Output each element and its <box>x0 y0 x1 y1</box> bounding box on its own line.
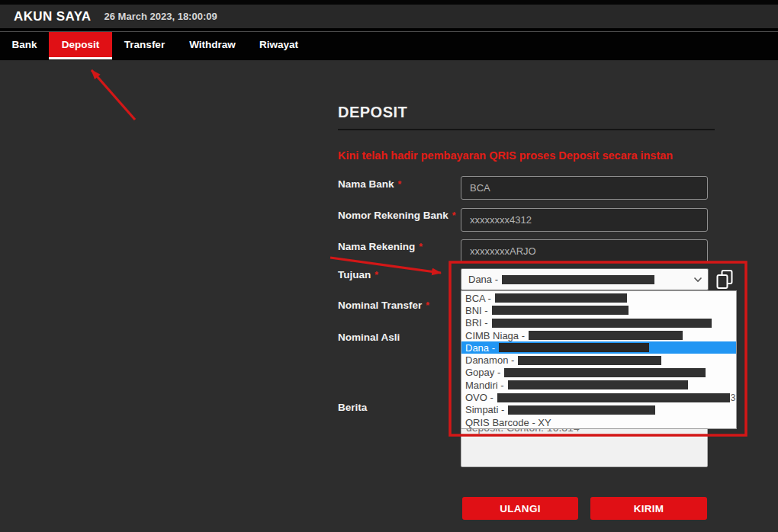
tujuan-option-danamon[interactable]: Danamon - <box>461 354 736 366</box>
redaction-bar <box>492 319 712 328</box>
chevron-down-icon <box>693 277 702 283</box>
page-title: DEPOSIT <box>338 104 407 121</box>
ulangi-button[interactable]: ULANGI <box>462 497 578 520</box>
label-nomor-rekening-bank: Nomor Rekening Bank* <box>338 210 455 221</box>
redaction-bar <box>508 380 688 389</box>
tujuan-option-simpati[interactable]: Simpati - <box>461 404 736 416</box>
redaction-bar <box>502 275 654 284</box>
title-rule <box>338 129 715 130</box>
redaction-bar <box>492 306 629 315</box>
qris-notice: Kini telah hadir pembayaran QRIS proses … <box>338 149 673 162</box>
tujuan-selected-value: Dana - <box>468 274 498 285</box>
copy-button[interactable] <box>714 268 735 291</box>
account-digit-fragment: 3 <box>731 393 736 403</box>
page: AKUN SAYA 26 March 2023, 18:00:09 Bank D… <box>0 0 778 532</box>
header-datetime: 26 March 2023, 18:00:09 <box>104 11 217 22</box>
tab-transfer[interactable]: Transfer <box>112 32 177 57</box>
redaction-bar <box>504 368 706 377</box>
tujuan-option-cimb-niaga[interactable]: CIMB Niaga - <box>461 329 736 341</box>
label-berita: Berita <box>338 402 367 413</box>
tab-deposit[interactable]: Deposit <box>49 32 112 59</box>
tujuan-option-mandiri[interactable]: Mandiri - <box>461 379 736 391</box>
redaction-bar <box>499 343 649 352</box>
label-nama-bank: Nama Bank* <box>338 178 401 190</box>
nav-bar: Bank Deposit Transfer Withdraw Riwayat <box>0 31 778 60</box>
label-nama-rekening: Nama Rekening* <box>338 241 423 252</box>
tujuan-dropdown-list: BCA - BNI - BRI - CIMB Niaga - Dana - Da… <box>461 290 737 429</box>
tujuan-option-dana-selected[interactable]: Dana - <box>461 341 736 354</box>
copy-icon <box>715 269 734 290</box>
tujuan-option-bri[interactable]: BRI - <box>461 317 736 329</box>
tujuan-option-ovo[interactable]: OVO - 3 <box>461 391 736 403</box>
required-asterisk: * <box>398 179 402 190</box>
redaction-bar <box>529 331 683 340</box>
required-asterisk: * <box>375 270 378 280</box>
label-nominal-transfer: Nominal Transfer* <box>338 300 429 311</box>
app-title: AKUN SAYA <box>14 9 92 24</box>
tab-bank[interactable]: Bank <box>0 32 49 57</box>
header-bar: AKUN SAYA 26 March 2023, 18:00:09 <box>0 5 778 28</box>
tab-withdraw[interactable]: Withdraw <box>177 32 248 57</box>
required-asterisk: * <box>419 242 423 252</box>
nomor-rekening-bank-field[interactable] <box>461 208 708 232</box>
required-asterisk: * <box>426 300 429 311</box>
tab-riwayat[interactable]: Riwayat <box>248 32 310 57</box>
tujuan-option-gopay[interactable]: Gopay - <box>461 367 736 379</box>
redaction-bar <box>495 293 627 303</box>
required-asterisk: * <box>452 210 456 221</box>
nama-bank-field[interactable] <box>461 176 708 200</box>
redaction-bar <box>497 393 730 402</box>
tujuan-select[interactable]: Dana - <box>461 268 709 290</box>
label-tujuan: Tujuan* <box>338 269 378 280</box>
annotation-arrow-deposit-tab <box>92 70 135 120</box>
tujuan-option-bca[interactable]: BCA - <box>461 292 736 304</box>
redaction-bar <box>508 405 655 415</box>
tujuan-option-bni[interactable]: BNI - <box>461 304 736 316</box>
nama-rekening-field[interactable] <box>461 239 708 263</box>
label-nominal-asli: Nominal Asli <box>338 332 400 343</box>
redaction-bar <box>518 356 661 365</box>
kirim-button[interactable]: KIRIM <box>590 497 707 520</box>
tujuan-option-qris-barcode[interactable]: QRIS Barcode - XY <box>461 416 736 428</box>
